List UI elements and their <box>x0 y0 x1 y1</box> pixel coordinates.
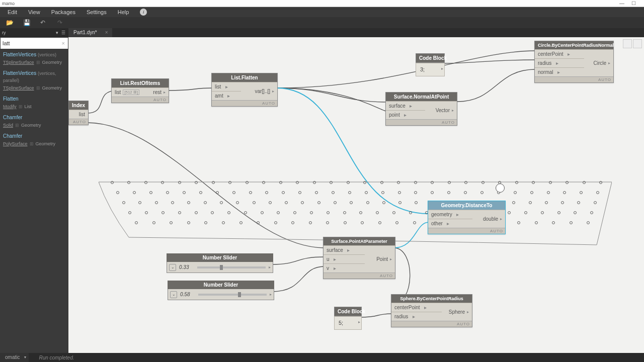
search-text: latt <box>3 40 10 46</box>
node-code-block-1[interactable]: Code Block 3;▸ <box>416 53 445 76</box>
node-title: Index <box>69 101 88 110</box>
preview-point-grid <box>104 181 609 244</box>
undo-icon[interactable]: ↶ <box>40 19 47 26</box>
node-number-slider-1[interactable]: Number Slider ⌄ 0.33 ▸ <box>167 253 273 273</box>
node-title: List.RestOfItems <box>112 79 169 87</box>
menu-bar: Edit View Packages Settings Help i <box>0 7 644 17</box>
node-title: Number Slider <box>168 281 274 289</box>
slider-expand-icon[interactable]: ⌄ <box>170 291 177 298</box>
menu-settings[interactable]: Settings <box>87 9 107 15</box>
node-rest-of-items[interactable]: List.RestOfItems list [512 ⊞] rest▸ AUTO <box>111 78 169 103</box>
node-number-slider-2[interactable]: Number Slider ⌄ 0.58 ▸ <box>168 281 274 300</box>
node-title: Geometry.DistanceTo <box>428 201 505 210</box>
open-icon[interactable]: 📂 <box>6 19 13 26</box>
list-view-icon[interactable]: ☰ <box>61 30 65 35</box>
library-item[interactable]: FlattenVertices (vertices) TSplineSurfac… <box>3 51 65 66</box>
menu-help[interactable]: Help <box>118 9 129 15</box>
graph-canvas[interactable]: Index list AUTO List.RestOfItems list [5… <box>68 37 644 353</box>
node-title: Circle.ByCenterPointRadiusNormal <box>535 41 613 49</box>
node-circle[interactable]: Circle.ByCenterPointRadiusNormal centerP… <box>534 41 614 83</box>
node-title: Code Block <box>416 53 445 63</box>
slider-value: 0.33 <box>179 264 194 270</box>
slider-expand-icon[interactable]: ⌄ <box>169 264 176 271</box>
node-index[interactable]: Index list AUTO <box>68 101 89 125</box>
status-message: Run completed. <box>39 355 74 360</box>
document-tab-label: Part1.dyn* <box>73 30 97 35</box>
library-search[interactable]: latt × <box>1 38 68 49</box>
clear-search-icon[interactable]: × <box>62 40 65 46</box>
library-tab-label[interactable]: ry <box>0 30 6 35</box>
library-tab-strip: ry ▾ ☰ <box>0 28 68 37</box>
document-tab-strip: Part1.dyn* × <box>68 28 644 37</box>
library-panel: ry ▾ ☰ latt × FlattenVertices (vertices)… <box>0 28 68 353</box>
title-bar: mamo — ☐ <box>0 0 644 7</box>
status-bar: omatic Run completed. <box>0 353 644 362</box>
node-point-at-parameter[interactable]: Surface.PointAtParameter surface▸ u▸ v▸ … <box>323 237 395 279</box>
redo-icon[interactable]: ↷ <box>57 19 64 26</box>
menu-view[interactable]: View <box>28 9 40 15</box>
tab-close-icon[interactable]: × <box>105 28 108 37</box>
save-icon[interactable]: 💾 <box>23 19 30 26</box>
document-tab[interactable]: Part1.dyn* × <box>68 28 112 37</box>
node-title: Number Slider <box>167 253 273 262</box>
maximize-icon[interactable]: ☐ <box>631 0 636 7</box>
filter-icon[interactable]: ▾ <box>56 30 58 35</box>
library-results: FlattenVertices (vertices) TSplineSurfac… <box>0 49 68 153</box>
run-mode-selector[interactable]: omatic <box>0 353 29 362</box>
library-item[interactable]: Chamfer PolySurface⊞Geometry <box>3 133 65 147</box>
app-title: mamo <box>2 1 15 6</box>
menu-packages[interactable]: Packages <box>51 9 75 15</box>
node-distance-to[interactable]: Geometry.DistanceTo geometry▸ other▸ dou… <box>428 201 506 234</box>
slider-track[interactable] <box>198 294 267 296</box>
node-flatten[interactable]: List.Flatten list▸ amt▸ var[]..[]▸ AUTO <box>211 73 278 107</box>
minimize-icon[interactable]: — <box>619 0 624 7</box>
node-sphere[interactable]: Sphere.ByCenterPointRadius centerPoint▸ … <box>391 294 472 327</box>
slider-value: 0.58 <box>180 292 195 297</box>
tool-bar: 📂 💾 ↶ ↷ <box>0 17 644 28</box>
node-title: List.Flatten <box>212 73 277 82</box>
node-title: Surface.NormalAtPoint <box>386 93 457 101</box>
node-title: Surface.PointAtParameter <box>324 237 395 245</box>
info-icon[interactable]: i <box>140 9 147 16</box>
menu-edit[interactable]: Edit <box>8 9 17 15</box>
cursor-marker <box>496 184 505 193</box>
node-title: Sphere.ByCenterPointRadius <box>391 295 472 303</box>
node-normal-at-point[interactable]: Surface.NormalAtPoint surface▸ point▸ Ve… <box>385 92 457 126</box>
slider-track[interactable] <box>197 266 266 268</box>
library-item[interactable]: FlattenVertices (vertices, parallel) TSp… <box>3 70 65 92</box>
library-item[interactable]: Flatten Modify⊞List <box>3 96 65 110</box>
node-title: Code Block <box>334 307 362 316</box>
node-code-block-2[interactable]: Code Block 5;▸ <box>334 307 362 330</box>
library-item[interactable]: Chamfer Solid⊞Geometry <box>3 114 65 129</box>
